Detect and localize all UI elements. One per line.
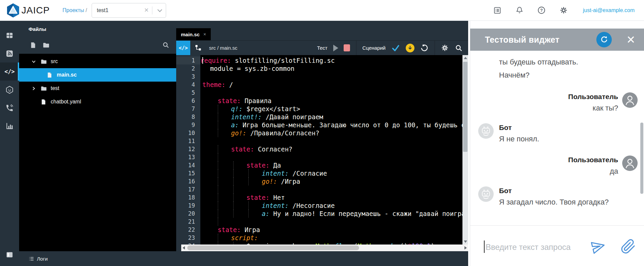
account-email[interactable]: just-ai@example.com [583,7,635,13]
sidebar-item-nlu-bot[interactable] [0,81,19,99]
code-token [200,178,262,185]
logs-button[interactable]: Логи [29,256,48,262]
paperclip-icon [621,239,636,254]
restart-test-button[interactable] [596,32,612,47]
chevron-right-icon[interactable] [31,86,40,91]
line-number: 22 [176,226,200,234]
input-placeholder: Введите текст запроса [486,242,571,252]
tab-main-sc[interactable]: main.sc × [176,28,211,40]
code-token: a: [231,121,239,129]
files-panel: Файлы srcmain.sctestchatbot.yaml [19,21,176,251]
vertical-scroll-thumb[interactable] [463,62,467,152]
line-number: 13 [176,153,200,161]
chat-message-user: Пользователькак ты? [470,92,644,114]
message-input[interactable]: Введите текст запроса [470,225,644,266]
collapse-panel-button[interactable] [0,247,19,262]
code-lines[interactable]: require: slotfilling/slotFilling.sc modu… [200,55,462,251]
line-number: 12 [176,145,200,153]
tree-item-src[interactable]: src [19,55,176,68]
user-avatar-icon [622,92,638,108]
chevron-down-icon[interactable] [31,59,40,64]
phone-icon [5,104,14,112]
tree-item-main.sc[interactable]: main.sc [19,68,176,82]
code-line: intent!: /Давай поиграем [200,113,462,121]
code-token: theme: [202,81,226,88]
sidebar-item-analytics[interactable] [0,117,19,135]
settings-gear-icon[interactable] [559,5,569,15]
code-line: a: Игра больше-меньше. Загадаю число от … [200,121,462,129]
line-number: 5 [176,89,200,97]
close-widget-icon[interactable]: × [627,33,635,46]
sidebar-item-dashboard[interactable] [0,26,19,44]
code-token: $regex</start> [243,105,300,113]
send-message-button[interactable] [590,238,606,256]
code-view-button[interactable]: </> [176,41,190,55]
code-line: state: Согласен? [200,145,462,153]
search-files-button[interactable] [162,41,169,49]
app-window: JAICP Проекты / test1 ✕ [0,0,644,266]
tab-label: main.sc [181,32,200,37]
close-tab-icon[interactable]: × [203,32,206,37]
code-token: Правила [241,97,271,104]
deploy-button[interactable] [406,44,414,52]
indent-guide [218,185,218,193]
scroll-up-icon[interactable] [464,57,467,59]
tasks-list-icon[interactable] [492,5,502,15]
flowchart-icon [194,44,202,52]
refresh-icon [600,35,608,44]
code-editor: main.sc × </> src / main.sc Тест Сценари… [176,21,468,251]
run-test-play-icon[interactable] [333,45,338,51]
message-author: Бот [499,186,609,195]
tree-item-label: main.sc [57,72,77,78]
horizontal-scroll-thumb[interactable] [187,246,359,250]
code-token: /Игра [277,178,300,185]
widget-title: Тестовый виджет [485,35,596,45]
sidebar-item-channels[interactable] [0,44,19,62]
sidebar-item-code-editor[interactable]: </> [0,62,19,81]
stop-icon[interactable] [344,44,350,51]
code-line [200,137,462,145]
horizontal-scrollbar[interactable] [181,245,468,251]
code-line: state: Правила [200,97,462,105]
indent-guide [218,145,218,153]
vertical-scrollbar[interactable] [462,55,468,245]
code-line: state: Игра [200,226,462,234]
jaicp-logo[interactable]: JAICP [6,3,50,18]
tree-item-chatbot.yaml[interactable]: chatbot.yaml [19,95,176,108]
message-author: Бот [499,123,539,132]
notifications-bell-icon[interactable] [514,5,525,15]
project-selector[interactable]: test1 ✕ [92,3,166,18]
code-line: theme: / [200,81,462,89]
tree-item-test[interactable]: test [19,82,176,95]
left-sidebar: </> [0,21,19,266]
visual-editor-button[interactable] [190,41,206,55]
chat-scroll-thumb[interactable] [640,123,643,194]
validate-check-icon[interactable] [391,44,400,52]
indent-guide [233,210,234,218]
scenario-label: Сценарий [362,45,386,51]
code-line [200,153,462,161]
undo-icon[interactable] [420,44,429,52]
line-number: 2 [176,64,200,73]
svg-text:?: ? [540,8,543,13]
dashboard-grid-icon [5,31,14,40]
search-in-code-button[interactable] [455,44,463,52]
editor-settings-button[interactable] [441,44,449,52]
scroll-right-icon[interactable] [464,246,467,250]
indent-guide [218,113,218,121]
chevron-down-icon[interactable] [152,9,166,12]
attach-file-button[interactable] [621,239,636,256]
projects-link[interactable]: Проекты [62,7,84,13]
help-icon[interactable]: ? [537,5,547,15]
code-line: require: slotfilling/slotFilling.sc [200,56,462,64]
new-folder-button[interactable] [42,41,50,49]
scroll-left-icon[interactable] [183,246,185,250]
chat-messages: ты будешь отгадывать.Начнём?Пользователь… [470,51,644,225]
code-token: state: [218,97,241,104]
breadcrumb: Проекты / [62,7,87,13]
new-file-button[interactable] [30,42,37,49]
clear-project-icon[interactable]: ✕ [141,7,152,14]
code-area[interactable]: 1234567891011121314151617181920212223242… [176,55,468,251]
scroll-down-icon[interactable] [464,240,467,243]
sidebar-item-telephony[interactable] [0,99,19,117]
